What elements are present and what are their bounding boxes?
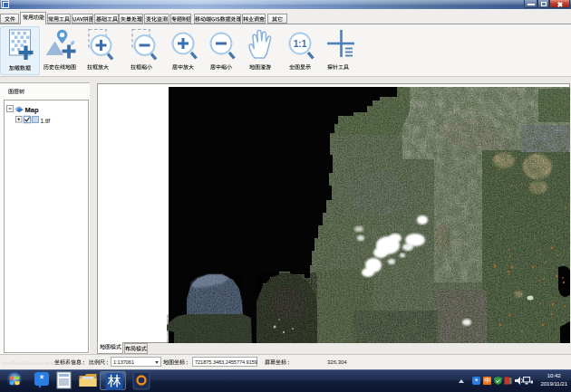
svg-text:*: * [475, 377, 479, 385]
svg-text:1:1: 1:1 [294, 39, 307, 49]
svg-text:Map: Map [25, 106, 39, 114]
svg-text:1.tif: 1.tif [41, 118, 51, 124]
svg-text:*: * [39, 372, 44, 386]
